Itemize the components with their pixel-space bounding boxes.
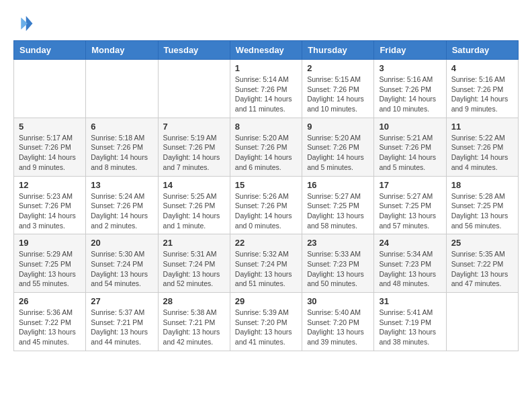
day-number: 15 [235,180,297,190]
calendar-cell: 17Sunrise: 5:27 AMSunset: 7:25 PMDayligh… [374,176,446,234]
day-info: Sunrise: 5:28 AMSunset: 7:25 PMDaylight:… [451,191,513,231]
day-number: 5 [19,122,81,132]
day-info: Sunrise: 5:38 AMSunset: 7:21 PMDaylight:… [163,308,225,347]
day-number: 16 [307,180,369,190]
calendar-cell: 5Sunrise: 5:17 AMSunset: 7:26 PMDaylight… [14,118,86,176]
calendar-cell: 8Sunrise: 5:20 AMSunset: 7:26 PMDaylight… [230,118,302,176]
day-number: 9 [307,122,369,132]
calendar-cell: 18Sunrise: 5:28 AMSunset: 7:25 PMDayligh… [446,176,518,234]
calendar-cell: 10Sunrise: 5:21 AMSunset: 7:26 PMDayligh… [374,118,446,176]
day-info: Sunrise: 5:25 AMSunset: 7:26 PMDaylight:… [163,191,225,231]
calendar-week-row: 26Sunrise: 5:36 AMSunset: 7:22 PMDayligh… [14,293,519,351]
day-number: 18 [451,180,513,190]
day-info: Sunrise: 5:37 AMSunset: 7:21 PMDaylight:… [91,308,152,347]
day-number: 19 [19,238,81,248]
calendar-cell: 31Sunrise: 5:41 AMSunset: 7:19 PMDayligh… [374,293,446,351]
day-info: Sunrise: 5:27 AMSunset: 7:25 PMDaylight:… [307,191,369,231]
calendar-cell: 22Sunrise: 5:32 AMSunset: 7:24 PMDayligh… [230,234,302,293]
weekday-header: Tuesday [158,41,230,60]
day-info: Sunrise: 5:35 AMSunset: 7:22 PMDaylight:… [451,249,513,289]
calendar-cell: 25Sunrise: 5:35 AMSunset: 7:22 PMDayligh… [446,234,518,293]
day-number: 13 [91,180,152,190]
day-info: Sunrise: 5:39 AMSunset: 7:20 PMDaylight:… [235,308,297,347]
calendar-cell: 14Sunrise: 5:25 AMSunset: 7:26 PMDayligh… [158,176,230,234]
day-number: 17 [379,180,441,190]
calendar-cell: 19Sunrise: 5:29 AMSunset: 7:25 PMDayligh… [14,234,86,293]
day-info: Sunrise: 5:15 AMSunset: 7:26 PMDaylight:… [307,75,369,114]
calendar-cell: 24Sunrise: 5:34 AMSunset: 7:23 PMDayligh… [374,234,446,293]
logo [13,13,36,34]
day-number: 23 [307,238,369,248]
weekday-header: Saturday [446,41,518,60]
day-info: Sunrise: 5:14 AMSunset: 7:26 PMDaylight:… [235,75,297,114]
day-number: 2 [307,63,369,73]
day-number: 12 [19,180,81,190]
calendar-cell: 6Sunrise: 5:18 AMSunset: 7:26 PMDaylight… [86,118,158,176]
day-info: Sunrise: 5:23 AMSunset: 7:26 PMDaylight:… [19,191,81,231]
day-number: 6 [91,122,152,132]
calendar-cell [158,60,230,118]
day-number: 3 [379,63,441,73]
calendar-cell: 2Sunrise: 5:15 AMSunset: 7:26 PMDaylight… [302,60,374,118]
day-number: 31 [379,296,441,306]
calendar-cell: 15Sunrise: 5:26 AMSunset: 7:26 PMDayligh… [230,176,302,234]
calendar-table: SundayMondayTuesdayWednesdayThursdayFrid… [13,40,519,351]
calendar-header-row: SundayMondayTuesdayWednesdayThursdayFrid… [14,41,519,60]
calendar-cell: 4Sunrise: 5:16 AMSunset: 7:26 PMDaylight… [446,60,518,118]
day-info: Sunrise: 5:16 AMSunset: 7:26 PMDaylight:… [379,75,441,114]
day-info: Sunrise: 5:20 AMSunset: 7:26 PMDaylight:… [235,133,297,173]
weekday-header: Wednesday [230,41,302,60]
calendar-cell: 1Sunrise: 5:14 AMSunset: 7:26 PMDaylight… [230,60,302,118]
calendar-cell: 13Sunrise: 5:24 AMSunset: 7:26 PMDayligh… [86,176,158,234]
page-header [13,13,519,34]
weekday-header: Friday [374,41,446,60]
day-info: Sunrise: 5:22 AMSunset: 7:26 PMDaylight:… [451,133,513,173]
day-info: Sunrise: 5:20 AMSunset: 7:26 PMDaylight:… [307,133,369,173]
calendar-cell: 30Sunrise: 5:40 AMSunset: 7:20 PMDayligh… [302,293,374,351]
logo-icon [13,13,34,34]
day-number: 29 [235,296,297,306]
day-info: Sunrise: 5:17 AMSunset: 7:26 PMDaylight:… [19,133,81,173]
calendar-week-row: 5Sunrise: 5:17 AMSunset: 7:26 PMDaylight… [14,118,519,176]
day-number: 26 [19,296,81,306]
day-number: 28 [163,296,225,306]
day-number: 8 [235,122,297,132]
day-info: Sunrise: 5:18 AMSunset: 7:26 PMDaylight:… [91,133,152,173]
day-info: Sunrise: 5:19 AMSunset: 7:26 PMDaylight:… [163,133,225,173]
day-info: Sunrise: 5:33 AMSunset: 7:23 PMDaylight:… [307,249,369,289]
weekday-header: Thursday [302,41,374,60]
weekday-header: Sunday [14,41,86,60]
calendar-cell: 29Sunrise: 5:39 AMSunset: 7:20 PMDayligh… [230,293,302,351]
calendar-cell [14,60,86,118]
day-number: 27 [91,296,152,306]
day-number: 14 [163,180,225,190]
day-number: 10 [379,122,441,132]
day-info: Sunrise: 5:31 AMSunset: 7:24 PMDaylight:… [163,249,225,289]
day-number: 30 [307,296,369,306]
calendar-cell: 26Sunrise: 5:36 AMSunset: 7:22 PMDayligh… [14,293,86,351]
weekday-header: Monday [86,41,158,60]
day-info: Sunrise: 5:16 AMSunset: 7:26 PMDaylight:… [451,75,513,114]
calendar-cell [446,293,518,351]
day-info: Sunrise: 5:34 AMSunset: 7:23 PMDaylight:… [379,249,441,289]
calendar-cell: 20Sunrise: 5:30 AMSunset: 7:24 PMDayligh… [86,234,158,293]
calendar-cell: 7Sunrise: 5:19 AMSunset: 7:26 PMDaylight… [158,118,230,176]
calendar-cell: 21Sunrise: 5:31 AMSunset: 7:24 PMDayligh… [158,234,230,293]
calendar-week-row: 1Sunrise: 5:14 AMSunset: 7:26 PMDaylight… [14,60,519,118]
calendar-cell: 16Sunrise: 5:27 AMSunset: 7:25 PMDayligh… [302,176,374,234]
calendar-cell: 12Sunrise: 5:23 AMSunset: 7:26 PMDayligh… [14,176,86,234]
calendar-cell: 27Sunrise: 5:37 AMSunset: 7:21 PMDayligh… [86,293,158,351]
calendar-cell [86,60,158,118]
day-number: 24 [379,238,441,248]
day-info: Sunrise: 5:32 AMSunset: 7:24 PMDaylight:… [235,249,297,289]
calendar-cell: 9Sunrise: 5:20 AMSunset: 7:26 PMDaylight… [302,118,374,176]
calendar-week-row: 19Sunrise: 5:29 AMSunset: 7:25 PMDayligh… [14,234,519,293]
day-number: 22 [235,238,297,248]
day-number: 21 [163,238,225,248]
day-number: 4 [451,63,513,73]
day-info: Sunrise: 5:21 AMSunset: 7:26 PMDaylight:… [379,133,441,173]
calendar-cell: 28Sunrise: 5:38 AMSunset: 7:21 PMDayligh… [158,293,230,351]
calendar-week-row: 12Sunrise: 5:23 AMSunset: 7:26 PMDayligh… [14,176,519,234]
calendar-cell: 3Sunrise: 5:16 AMSunset: 7:26 PMDaylight… [374,60,446,118]
calendar-cell: 23Sunrise: 5:33 AMSunset: 7:23 PMDayligh… [302,234,374,293]
